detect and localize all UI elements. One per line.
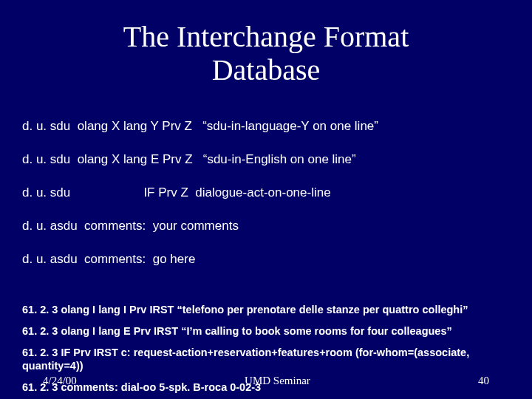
schema-row: d. u. asdu comments: your comments — [22, 218, 510, 234]
schema-row: d. u. asdu comments: go here — [22, 251, 510, 267]
example-row: 61. 2. 3 olang I lang I Prv IRST “telefo… — [22, 303, 510, 317]
footer-venue: UMD Seminar — [245, 375, 310, 387]
schema-row: d. u. sdu IF Prv Z dialogue-act-on-one-l… — [22, 185, 510, 201]
schema-row: d. u. sdu olang X lang Y Prv Z “sdu-in-l… — [22, 118, 510, 134]
example-row: 61. 2. 3 olang I lang E Prv IRST “I’m ca… — [22, 324, 510, 338]
slide-title: The Interchange Format Database — [0, 0, 532, 102]
footer-date: 4/24/00 — [43, 375, 77, 387]
example-row: 61. 2. 3 IF Prv IRST c: request-action+r… — [22, 346, 510, 373]
schema-row: d. u. sdu olang X lang E Prv Z “sdu-in-E… — [22, 151, 510, 168]
title-line-2: Database — [212, 53, 321, 86]
footer-page-number: 40 — [478, 375, 489, 387]
slide-footer: 4/24/00 UMD Seminar 40 — [0, 375, 532, 387]
schema-block: d. u. sdu olang X lang Y Prv Z “sdu-in-l… — [0, 102, 532, 284]
title-line-1: The Interchange Format — [123, 20, 409, 53]
